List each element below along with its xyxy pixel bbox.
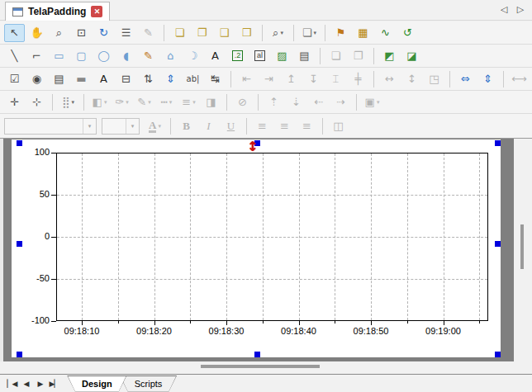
design-canvas[interactable]: 100500-50-10009:18:1009:18:2009:18:3009:… — [0, 139, 514, 361]
edit-box-tool[interactable]: ab| — [183, 70, 203, 88]
tab-scripts[interactable]: Scripts — [120, 375, 178, 392]
center-vertically-button[interactable]: ⌶ — [325, 70, 346, 88]
spin-button-tool[interactable]: ⇅ — [138, 70, 159, 88]
tab-scroll-right-icon[interactable]: ▷ — [514, 4, 527, 15]
previous-screen-button[interactable]: ◀ — [19, 380, 33, 388]
ungroup-button[interactable]: ❐ — [348, 47, 368, 65]
selection-handle[interactable] — [495, 140, 501, 146]
invert-colors-button[interactable]: ⊘ — [232, 93, 253, 111]
align-right-button[interactable]: ⇥ — [259, 70, 279, 88]
move-to-back-button[interactable]: ❐ — [192, 24, 212, 42]
underline-button[interactable]: U — [221, 117, 241, 135]
tab-design[interactable]: Design — [67, 375, 127, 392]
zoom-area-tool[interactable]: ⊡ — [71, 24, 92, 42]
line-color-dropdown[interactable]: ✎▾ — [134, 93, 154, 111]
grid-control-button[interactable]: ▦ — [353, 24, 373, 42]
trend-control-button[interactable]: ∿ — [375, 24, 396, 42]
alarm-control-button[interactable]: ⚑ — [330, 24, 351, 42]
multiline-text-tool[interactable]: ↹ — [205, 70, 226, 88]
space-evenly-horizontal-button[interactable]: ⟷ — [509, 70, 530, 88]
selection-handle[interactable] — [495, 241, 501, 247]
line-width-dropdown[interactable]: ≡▾ — [178, 93, 199, 111]
closed-curve-tool[interactable]: ☽ — [183, 47, 203, 65]
center-horizontally-button[interactable]: ╪ — [348, 70, 368, 88]
same-height-button[interactable]: ↕ — [401, 70, 422, 88]
numeric-display-tool[interactable]: .2 — [227, 47, 248, 65]
same-width-button[interactable]: ↔ — [379, 70, 400, 88]
shift-right-button[interactable]: ⇢ — [330, 93, 351, 111]
picture-tool[interactable]: ▨ — [272, 47, 292, 65]
distribute-horizontal-button[interactable]: ◩ — [379, 47, 400, 65]
grid-dropdown[interactable]: ⣿▾ — [58, 93, 78, 111]
same-size-button[interactable]: ◳ — [424, 70, 444, 88]
rounded-rectangle-tool[interactable]: ▢ — [71, 47, 92, 65]
zoom-tool[interactable]: ⌕ — [49, 24, 69, 42]
ellipse-tool[interactable]: ◯ — [93, 47, 114, 65]
selection-handle[interactable] — [17, 241, 22, 247]
vertical-scrollbar-thumb[interactable] — [520, 224, 524, 269]
tab-order-button[interactable]: ☰ — [116, 24, 136, 42]
align-text-left-button[interactable]: ≡ — [252, 117, 273, 135]
shift-down-button[interactable]: ⇣ — [286, 93, 306, 111]
document-tab-telapadding[interactable]: TelaPadding ✕ — [5, 2, 110, 21]
refresh-button[interactable]: ↻ — [93, 24, 114, 42]
selection-handle[interactable] — [17, 140, 22, 146]
align-left-button[interactable]: ⇤ — [236, 70, 257, 88]
text-frame-button[interactable]: ◫ — [328, 117, 349, 135]
label-tool[interactable]: A — [93, 70, 114, 88]
selection-handle[interactable] — [17, 352, 22, 357]
rectangle-tool[interactable]: ▭ — [49, 47, 69, 65]
font-color-dropdown[interactable]: A▾ — [145, 117, 165, 135]
vertical-scrollbar[interactable] — [514, 139, 532, 361]
fill-color-dropdown[interactable]: ◧▾ — [89, 93, 110, 111]
open-polyline-tool[interactable]: ⌐ — [26, 47, 47, 65]
move-backward-button[interactable]: ❒ — [236, 24, 257, 42]
font-family-combo[interactable]: ▾ — [4, 118, 97, 135]
freehand-tool[interactable]: ✎ — [138, 47, 159, 65]
push-button-tool[interactable]: ▬ — [71, 70, 92, 88]
list-box-tool[interactable]: ▤ — [49, 70, 69, 88]
selection-handle[interactable] — [254, 352, 260, 357]
tab-scroll-left-icon[interactable]: ◁ — [497, 4, 511, 15]
slider-tool[interactable]: ⇕ — [160, 70, 181, 88]
background-color-dropdown[interactable]: ▣▾ — [362, 93, 382, 111]
text-tool[interactable]: A — [205, 47, 226, 65]
center-vertical-screen-button[interactable]: ⇕ — [477, 70, 498, 88]
next-screen-button[interactable]: ▶ — [33, 380, 47, 388]
select-tool[interactable]: ↖ — [4, 24, 25, 42]
align-text-right-button[interactable]: ≡ — [297, 117, 317, 135]
align-bottom-button[interactable]: ↧ — [303, 70, 324, 88]
radio-button-tool[interactable]: ◉ — [26, 70, 47, 88]
font-size-combo[interactable]: ▾ — [102, 118, 140, 135]
group-objects-dropdown[interactable]: ❏▾ — [299, 24, 320, 42]
scale-tool[interactable]: ▤ — [294, 47, 315, 65]
selection-handle[interactable] — [495, 352, 501, 357]
shift-up-button[interactable]: ⇡ — [264, 93, 284, 111]
zoom-level-dropdown[interactable]: ⌕▾ — [268, 24, 288, 42]
text-box-tool[interactable]: al — [249, 47, 270, 65]
align-top-button[interactable]: ↥ — [281, 70, 302, 88]
italic-button[interactable]: I — [198, 117, 219, 135]
distribute-vertical-button[interactable]: ◪ — [401, 47, 422, 65]
edit-lock-button[interactable]: ✎ — [138, 24, 159, 42]
line-style-dropdown[interactable]: ┅▾ — [156, 93, 177, 111]
close-icon[interactable]: ✕ — [91, 6, 102, 17]
arc-tool[interactable]: ◖ — [116, 47, 136, 65]
shift-left-button[interactable]: ⇠ — [308, 93, 329, 111]
polygon-tool[interactable]: ⌂ — [160, 47, 181, 65]
pan-tool[interactable]: ✋ — [26, 24, 47, 42]
last-screen-button[interactable]: ▶▏ — [47, 380, 61, 388]
line-tool[interactable]: ╲ — [4, 47, 25, 65]
nudge-position-button[interactable]: ✛ — [4, 93, 25, 111]
checkbox-tool[interactable]: ☑ — [4, 70, 25, 88]
scheduler-control-button[interactable]: ↺ — [397, 24, 418, 42]
move-forward-button[interactable]: ❑ — [214, 24, 235, 42]
fill-effects-button[interactable]: ◨ — [201, 93, 221, 111]
brush-style-dropdown[interactable]: ✑▾ — [112, 93, 132, 111]
first-screen-button[interactable]: ▏◀ — [5, 380, 19, 388]
combo-box-tool[interactable]: ⊟ — [116, 70, 136, 88]
horizontal-scrollbar-thumb[interactable] — [201, 365, 320, 368]
bold-button[interactable]: B — [176, 117, 197, 135]
horizontal-scrollbar[interactable] — [0, 361, 532, 374]
nudge-size-button[interactable]: ⊹ — [26, 93, 47, 111]
